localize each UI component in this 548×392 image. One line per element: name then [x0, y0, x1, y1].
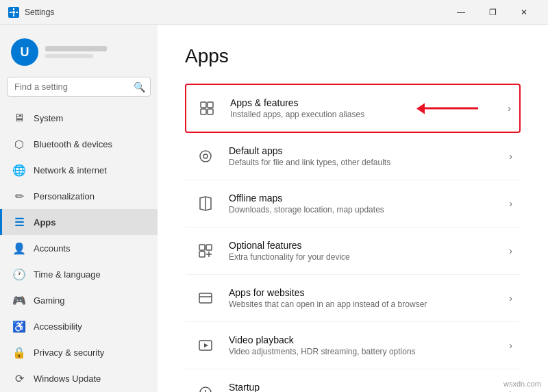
close-button[interactable]: ✕	[508, 2, 540, 23]
default-apps-text: Default apps Defaults for file and link …	[229, 145, 503, 167]
svg-rect-2	[13, 14, 14, 16]
svg-rect-15	[199, 252, 205, 257]
offline-maps-chevron: ›	[509, 198, 512, 209]
default-apps-label: Default apps	[229, 145, 503, 156]
avatar: U	[11, 38, 38, 66]
settings-item-apps-features[interactable]: Apps & features Installed apps, app exec…	[185, 84, 521, 133]
main-panel: Apps Apps & features Installed apps, app…	[158, 25, 548, 392]
offline-maps-text: Offline maps Downloads, storage location…	[229, 193, 503, 215]
apps-features-chevron: ›	[508, 103, 511, 114]
user-section: U	[0, 33, 158, 77]
sidebar-item-label: Accessibility	[34, 321, 82, 332]
sidebar: U 🔍 🖥 System ⬡ Bluetooth & devices 🌐 Net…	[0, 25, 158, 392]
svg-rect-8	[208, 109, 213, 114]
sidebar-item-update[interactable]: ⟳ Windows Update	[0, 365, 158, 391]
svg-rect-5	[201, 102, 206, 108]
maximize-button[interactable]: ❐	[477, 2, 508, 23]
svg-marker-21	[204, 343, 208, 347]
startup-chevron: ›	[509, 387, 512, 392]
svg-point-10	[203, 154, 208, 158]
sidebar-item-accessibility[interactable]: ♿ Accessibility	[0, 313, 158, 339]
optional-features-icon	[193, 238, 218, 263]
privacy-icon: 🔒	[13, 346, 25, 358]
default-apps-icon	[193, 144, 218, 169]
sidebar-item-label: Privacy & security	[34, 347, 104, 358]
sidebar-item-time[interactable]: 🕐 Time & language	[0, 261, 158, 287]
sidebar-item-network[interactable]: 🌐 Network & internet	[0, 157, 158, 183]
sidebar-item-accounts[interactable]: 👤 Accounts	[0, 235, 158, 261]
offline-maps-icon	[193, 191, 218, 216]
sidebar-item-label: Time & language	[34, 269, 101, 280]
settings-item-startup[interactable]: Startup Apps that start automatically wh…	[185, 369, 521, 392]
video-playback-chevron: ›	[509, 340, 512, 351]
system-icon: 🖥	[13, 112, 25, 124]
svg-rect-3	[10, 12, 12, 13]
search-box: 🔍	[7, 77, 151, 97]
sidebar-item-gaming[interactable]: 🎮 Gaming	[0, 287, 158, 313]
user-sub	[45, 54, 93, 58]
apps-websites-text: Apps for websites Websites that can open…	[229, 287, 503, 309]
svg-point-0	[12, 11, 15, 14]
default-apps-chevron: ›	[509, 151, 512, 162]
sidebar-item-system[interactable]: 🖥 System	[0, 105, 158, 131]
titlebar-left: Settings	[8, 7, 54, 18]
sidebar-item-label: Bluetooth & devices	[34, 139, 112, 149]
settings-item-default-apps[interactable]: Default apps Defaults for file and link …	[185, 133, 521, 180]
update-icon: ⟳	[13, 372, 25, 384]
startup-icon	[193, 380, 218, 392]
bluetooth-icon: ⬡	[13, 138, 25, 150]
apps-icon: ☰	[13, 216, 25, 228]
accounts-icon: 👤	[13, 242, 25, 254]
watermark: wsxdn.com	[503, 380, 541, 388]
sidebar-item-label: Gaming	[34, 295, 65, 306]
default-apps-desc: Defaults for file and link types, other …	[229, 158, 503, 167]
nav-items: 🖥 System ⬡ Bluetooth & devices 🌐 Network…	[0, 105, 158, 391]
gaming-icon: 🎮	[13, 294, 25, 306]
apps-features-label: Apps & features	[230, 97, 502, 108]
titlebar: Settings — ❐ ✕	[0, 0, 548, 25]
search-input[interactable]	[7, 77, 151, 97]
titlebar-title: Settings	[25, 8, 54, 17]
user-info	[45, 46, 107, 58]
sidebar-item-privacy[interactable]: 🔒 Privacy & security	[0, 339, 158, 365]
personalization-icon: ✏	[13, 190, 25, 202]
optional-features-desc: Extra functionality for your device	[229, 252, 503, 262]
page-title: Apps	[185, 45, 521, 67]
video-playback-text: Video playback Video adjustments, HDR st…	[229, 334, 503, 356]
accessibility-icon: ♿	[13, 320, 25, 332]
optional-features-label: Optional features	[229, 240, 503, 251]
sidebar-item-apps[interactable]: ☰ Apps	[0, 209, 158, 235]
minimize-button[interactable]: —	[445, 2, 477, 23]
settings-item-optional-features[interactable]: Optional features Extra functionality fo…	[185, 228, 521, 275]
app-body: U 🔍 🖥 System ⬡ Bluetooth & devices 🌐 Net…	[0, 25, 548, 392]
svg-point-9	[200, 151, 211, 162]
apps-websites-label: Apps for websites	[229, 287, 503, 298]
sidebar-item-label: System	[34, 113, 63, 123]
sidebar-item-label: Personalization	[34, 191, 95, 201]
settings-item-apps-websites[interactable]: Apps for websites Websites that can open…	[185, 275, 521, 322]
svg-rect-7	[201, 109, 206, 114]
video-playback-desc: Video adjustments, HDR streaming, batter…	[229, 347, 503, 356]
svg-rect-4	[16, 12, 18, 13]
settings-item-video-playback[interactable]: Video playback Video adjustments, HDR st…	[185, 322, 521, 369]
startup-text: Startup Apps that start automatically wh…	[229, 382, 503, 392]
user-name	[45, 46, 107, 51]
search-icon: 🔍	[134, 82, 145, 93]
apps-features-icon	[195, 96, 219, 121]
sidebar-item-label: Apps	[34, 217, 56, 228]
settings-item-offline-maps[interactable]: Offline maps Downloads, storage location…	[185, 180, 521, 228]
network-icon: 🌐	[13, 164, 25, 176]
optional-features-text: Optional features Extra functionality fo…	[229, 240, 503, 262]
sidebar-item-personalization[interactable]: ✏ Personalization	[0, 183, 158, 209]
startup-label: Startup	[229, 382, 503, 392]
video-playback-icon	[193, 333, 218, 358]
svg-rect-18	[199, 293, 212, 303]
video-playback-label: Video playback	[229, 334, 503, 345]
sidebar-item-label: Network & internet	[34, 165, 107, 175]
sidebar-item-bluetooth[interactable]: ⬡ Bluetooth & devices	[0, 131, 158, 157]
svg-rect-1	[13, 8, 14, 10]
time-icon: 🕐	[13, 268, 25, 280]
settings-app-icon	[8, 7, 19, 18]
sidebar-item-label: Windows Update	[34, 373, 101, 384]
svg-rect-14	[206, 245, 212, 250]
